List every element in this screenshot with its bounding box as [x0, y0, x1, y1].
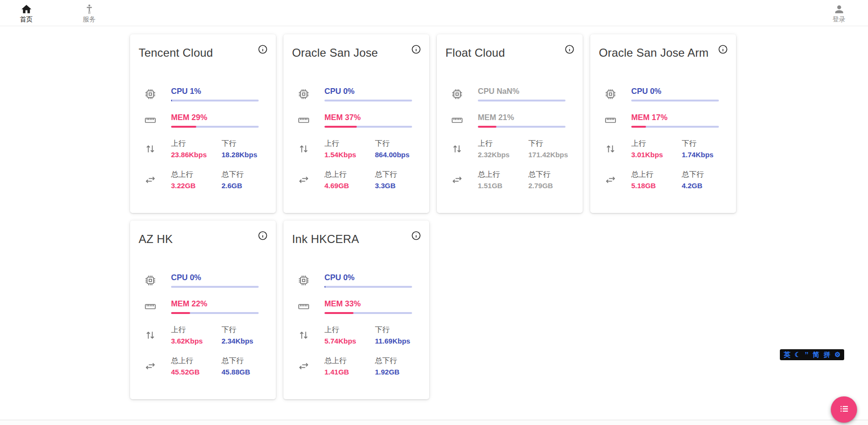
updown-arrows-icon — [450, 143, 464, 155]
total-upload-value: 1.51GB — [478, 182, 528, 190]
total-download-label: 总下行 — [375, 170, 412, 179]
swap-arrows-icon — [297, 360, 310, 372]
updown-arrows-icon — [297, 329, 310, 341]
mem-usage-label: MEM 29% — [171, 113, 259, 122]
cpu-chip-icon — [297, 274, 310, 287]
info-icon[interactable] — [257, 230, 268, 241]
server-list-fab[interactable] — [831, 396, 857, 423]
server-name: Tencent Cloud — [139, 46, 213, 60]
ime-pinyin-toggle[interactable]: 拼 — [824, 349, 830, 360]
download-value: 11.69Kbps — [375, 337, 412, 345]
ime-lang-toggle[interactable]: 英 — [784, 349, 790, 360]
mem-progress-bar — [631, 126, 719, 128]
info-icon[interactable] — [564, 44, 575, 55]
nav-item-login[interactable]: 登录 — [828, 3, 850, 23]
info-icon[interactable] — [257, 44, 268, 55]
info-icon[interactable] — [411, 44, 422, 55]
nav-item-services[interactable]: 服务 — [78, 3, 100, 23]
upload-label: 上行 — [171, 139, 222, 148]
total-download-value: 1.92GB — [375, 368, 412, 376]
cpu-chip-icon — [450, 88, 464, 101]
accessibility-icon — [83, 3, 95, 15]
server-card: Tencent Cloud CPU 1% MEM 29% — [130, 34, 276, 213]
download-value: 1.74Kbps — [682, 151, 719, 159]
server-card: Float Cloud CPU NaN% MEM 21% — [437, 34, 583, 213]
footer-divider — [0, 420, 868, 425]
cpu-chip-icon — [143, 88, 157, 101]
cpu-chip-icon — [604, 88, 617, 101]
total-download-label: 总下行 — [682, 170, 719, 179]
cpu-usage-label: CPU 0% — [631, 87, 719, 96]
upload-label: 上行 — [631, 139, 682, 148]
cpu-progress-bar — [324, 286, 412, 288]
swap-arrows-icon — [143, 360, 157, 372]
swap-arrows-icon — [450, 174, 464, 186]
updown-arrows-icon — [297, 143, 310, 155]
info-icon[interactable] — [411, 230, 422, 241]
mem-progress-bar — [171, 126, 259, 128]
mem-progress-bar — [324, 126, 412, 128]
mem-usage-label: MEM 33% — [324, 299, 412, 308]
cpu-progress-bar — [631, 100, 719, 101]
info-icon[interactable] — [717, 44, 728, 55]
cpu-chip-icon — [297, 88, 310, 101]
cpu-chip-icon — [143, 274, 157, 287]
nav-item-label: 首页 — [20, 16, 33, 23]
cpu-usage-label: CPU 1% — [171, 87, 259, 96]
server-name: Float Cloud — [445, 46, 505, 60]
updown-arrows-icon — [143, 143, 157, 155]
server-card-grid: Tencent Cloud CPU 1% MEM 29% — [130, 34, 736, 399]
nav-item-label: 服务 — [83, 16, 96, 23]
memory-ruler-icon — [143, 300, 157, 313]
upload-value: 3.01Kbps — [631, 151, 682, 159]
mem-progress-bar — [171, 312, 259, 314]
server-name: Oracle San Jose — [292, 46, 378, 60]
cpu-usage-label: CPU NaN% — [478, 87, 565, 96]
total-upload-label: 总上行 — [478, 170, 528, 179]
server-card: Oracle San Jose Arm CPU 0% MEM — [590, 34, 736, 213]
upload-value: 3.62Kbps — [171, 337, 222, 345]
server-card: AZ HK CPU 0% MEM 22% — [130, 221, 276, 399]
ime-simplified-toggle[interactable]: 简 — [813, 349, 819, 360]
server-name: Oracle San Jose Arm — [599, 46, 709, 60]
upload-label: 上行 — [171, 325, 222, 334]
memory-ruler-icon — [297, 114, 310, 127]
nav-item-home[interactable]: 首页 — [15, 3, 37, 23]
updown-arrows-icon — [604, 143, 617, 155]
total-download-value: 2.6GB — [222, 182, 259, 190]
total-upload-value: 45.52GB — [171, 368, 222, 376]
person-icon — [833, 3, 845, 15]
home-icon — [20, 3, 32, 15]
download-label: 下行 — [375, 139, 412, 148]
total-download-value: 4.2GB — [682, 182, 719, 190]
total-upload-label: 总上行 — [324, 170, 375, 179]
nav-item-label: 登录 — [833, 16, 846, 23]
ime-punctuation-toggle[interactable]: ’’ — [805, 349, 808, 360]
total-upload-label: 总上行 — [171, 356, 222, 365]
server-card: Oracle San Jose CPU 0% MEM 37% — [283, 34, 429, 213]
cpu-usage-label: CPU 0% — [324, 273, 412, 282]
swap-arrows-icon — [297, 174, 310, 186]
upload-label: 上行 — [324, 139, 375, 148]
top-nav: 首页 服务 登录 — [0, 0, 868, 26]
ime-toolbar[interactable]: 英 ☾ ’’ 简 拼 ⚙ — [780, 349, 844, 360]
total-upload-value: 5.18GB — [631, 182, 682, 190]
total-download-label: 总下行 — [375, 356, 412, 365]
total-upload-label: 总上行 — [631, 170, 682, 179]
cpu-progress-bar — [324, 100, 412, 101]
upload-value: 1.54Kbps — [324, 151, 375, 159]
mem-usage-label: MEM 37% — [324, 113, 412, 122]
ime-halfwidth-moon-icon[interactable]: ☾ — [795, 349, 801, 360]
total-upload-label: 总上行 — [171, 170, 222, 179]
memory-ruler-icon — [297, 300, 310, 313]
memory-ruler-icon — [143, 114, 157, 127]
upload-value: 5.74Kbps — [324, 337, 375, 345]
ime-settings-gear-icon[interactable]: ⚙ — [835, 349, 841, 360]
mem-usage-label: MEM 21% — [478, 113, 565, 122]
total-download-value: 2.79GB — [528, 182, 565, 190]
list-icon — [838, 403, 850, 416]
total-download-label: 总下行 — [528, 170, 565, 179]
swap-arrows-icon — [143, 174, 157, 186]
cpu-usage-label: CPU 0% — [171, 273, 259, 282]
total-upload-label: 总上行 — [324, 356, 375, 365]
